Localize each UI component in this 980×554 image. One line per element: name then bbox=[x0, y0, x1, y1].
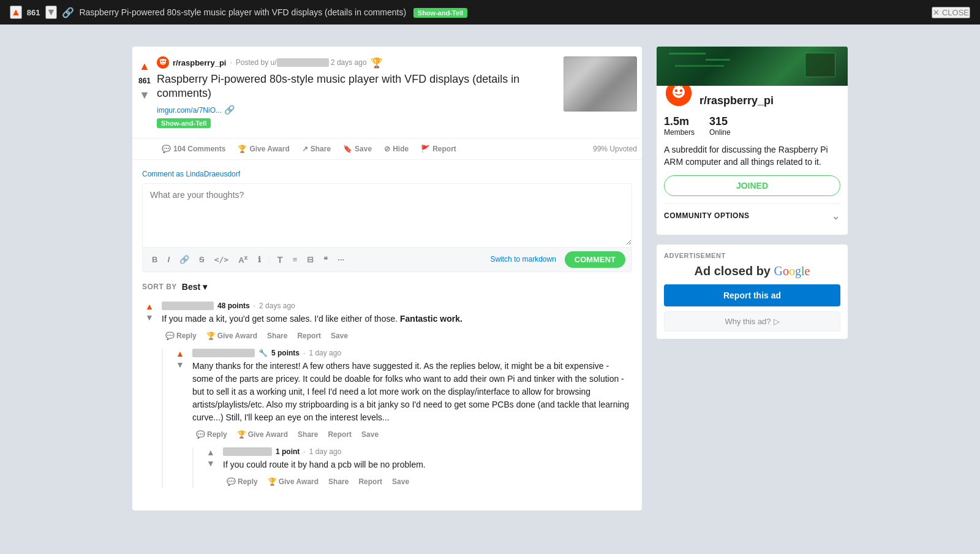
comments-btn[interactable]: 💬 104 Comments bbox=[157, 141, 230, 157]
sort-dropdown[interactable]: Best ▾ bbox=[182, 282, 207, 292]
sidebar-content: r/raspberry_pi 1.5m Members 315 Online A… bbox=[657, 86, 848, 235]
comment-body: ████████ 1 point · 1 day ago If you coul… bbox=[223, 447, 632, 488]
svg-point-2 bbox=[161, 61, 162, 62]
report-btn[interactable]: 🚩 Report bbox=[416, 141, 461, 157]
comment-timestamp: 2 days ago bbox=[259, 302, 295, 310]
online-label: Online bbox=[709, 128, 731, 137]
topbar-upvote-btn[interactable]: ▲ bbox=[10, 6, 22, 19]
svg-point-4 bbox=[160, 59, 162, 61]
comment-meta: ████████ 1 point · 1 day ago bbox=[223, 447, 632, 456]
comment-input-box: B I 🔗 S </> Ax ℹ T ≡ ⊟ ❝ ··· Switch to m… bbox=[142, 183, 632, 272]
toolbar-code-btn[interactable]: </> bbox=[211, 253, 232, 266]
toolbar-strikethrough-btn[interactable]: S bbox=[196, 253, 208, 266]
toolbar-numbered-btn[interactable]: ⊟ bbox=[304, 253, 317, 266]
comment-text: If you made a kit, you'd get some sales.… bbox=[162, 313, 632, 325]
vote-column: ▲ 861 ▼ bbox=[132, 56, 157, 128]
toolbar-link-btn[interactable]: 🔗 bbox=[176, 253, 192, 266]
comment-timestamp: 1 day ago bbox=[309, 349, 341, 357]
reply-icon: 💬 bbox=[227, 477, 236, 486]
toolbar-more-btn[interactable]: ··· bbox=[334, 253, 347, 266]
topbar-close-btn[interactable]: ✕ CLOSE bbox=[932, 7, 970, 18]
topbar-score: 861 bbox=[27, 8, 40, 17]
comment-award-btn[interactable]: 🏆 Give Award bbox=[264, 475, 322, 488]
comment-meta: ██████████ 48 points · 2 days ago bbox=[162, 302, 632, 310]
toolbar-italic-btn[interactable]: I bbox=[164, 253, 173, 266]
comment-reply-btn[interactable]: 💬 Reply bbox=[223, 475, 262, 488]
comment-save-btn[interactable]: Save bbox=[327, 329, 352, 343]
report-ad-btn[interactable]: Report this ad bbox=[664, 284, 840, 306]
save-btn[interactable]: 🔖 Save bbox=[338, 141, 377, 157]
post-upvote-btn[interactable]: ▲ bbox=[138, 59, 151, 74]
comment-upvote-btn[interactable]: ▲ bbox=[145, 302, 154, 311]
switch-markdown-btn[interactable]: Switch to markdown bbox=[490, 255, 556, 264]
share-icon: ↗ bbox=[302, 145, 308, 153]
comment-thread: ▲ ▼ ██████████ 48 points · 2 days ago If… bbox=[142, 302, 632, 488]
comment-actions: 💬 Reply 🏆 Give Award Share Report Save bbox=[162, 329, 632, 343]
comment-text: Many thanks for the interest! A few othe… bbox=[192, 360, 632, 424]
comment-upvote-btn[interactable]: ▲ bbox=[176, 349, 184, 359]
comment-save-btn[interactable]: Save bbox=[388, 475, 413, 488]
comment-reply-btn[interactable]: 💬 Reply bbox=[192, 428, 231, 441]
toolbar-bullet-btn[interactable]: ≡ bbox=[290, 253, 301, 266]
topbar-downvote-btn[interactable]: ▼ bbox=[45, 6, 58, 19]
nested-comment: ▲ ▼ ████████████ 🔧 5 points · bbox=[162, 349, 632, 488]
comment-icon: 💬 bbox=[162, 145, 171, 153]
joined-btn[interactable]: JOINED bbox=[664, 175, 840, 196]
svg-point-5 bbox=[165, 59, 167, 61]
sidebar-subreddit-card: r/raspberry_pi 1.5m Members 315 Online A… bbox=[657, 47, 848, 235]
sort-label: SORT BY bbox=[142, 283, 177, 291]
comment-as-username[interactable]: LindaDraeusdorf bbox=[186, 170, 240, 178]
why-ad-btn[interactable]: Why this ad? ▷ bbox=[664, 311, 840, 332]
post-text-area: r/raspberry_pi · Posted by u/██████████ … bbox=[157, 56, 556, 128]
comment-timestamp: 1 day ago bbox=[309, 447, 342, 456]
comment-actions: 💬 Reply 🏆 Give Award Share Report bbox=[223, 475, 632, 488]
post-score: 861 bbox=[138, 77, 151, 85]
toolbar-quote-btn[interactable]: ❝ bbox=[320, 253, 331, 266]
comment-save-btn[interactable]: Save bbox=[358, 428, 382, 441]
subreddit-name[interactable]: r/raspberry_pi bbox=[173, 58, 226, 67]
comment-report-btn[interactable]: Report bbox=[324, 428, 355, 441]
comment-reply-btn[interactable]: 💬 Reply bbox=[162, 329, 200, 343]
comment-award-btn[interactable]: 🏆 Give Award bbox=[203, 329, 261, 343]
comment-submit-btn[interactable]: COMMENT bbox=[565, 251, 625, 268]
toolbar-heading-btn[interactable]: T bbox=[274, 252, 286, 267]
post-thumbnail[interactable] bbox=[564, 56, 637, 112]
comment-textarea[interactable] bbox=[143, 184, 631, 245]
members-label: Members bbox=[664, 128, 695, 137]
comment-downvote-btn[interactable]: ▼ bbox=[145, 313, 154, 322]
post-downvote-btn[interactable]: ▼ bbox=[138, 88, 151, 103]
ad-content: Ad closed by Google Report this ad Why t… bbox=[664, 264, 840, 332]
comment-report-btn[interactable]: Report bbox=[355, 475, 386, 488]
comment-share-btn[interactable]: Share bbox=[263, 329, 291, 343]
post-badge: Show-and-Tell bbox=[157, 118, 211, 128]
award-small-icon: 🏆 bbox=[206, 332, 216, 340]
comment-author-blur: ██████████ bbox=[162, 302, 214, 310]
save-icon: 🔖 bbox=[343, 145, 352, 153]
toolbar-bold-btn[interactable]: B bbox=[149, 253, 160, 266]
comment-points: 1 point bbox=[276, 447, 300, 456]
award-small-icon: 🏆 bbox=[237, 430, 246, 439]
post-link[interactable]: imgur.com/a/7NiO... bbox=[157, 106, 222, 115]
hide-btn[interactable]: ⊘ Hide bbox=[379, 141, 413, 157]
comment-upvote-btn[interactable]: ▲ bbox=[206, 447, 215, 457]
comment-author-blur: ████████ bbox=[223, 447, 272, 456]
report-icon: 🚩 bbox=[421, 145, 430, 153]
toolbar-info-btn[interactable]: ℹ bbox=[255, 253, 264, 266]
share-btn[interactable]: ↗ Share bbox=[297, 141, 336, 157]
ad-label: ADVERTISEMENT bbox=[664, 252, 840, 259]
comment-downvote-btn[interactable]: ▼ bbox=[176, 360, 184, 370]
comment-share-btn[interactable]: Share bbox=[325, 475, 352, 488]
comment-report-btn[interactable]: Report bbox=[293, 329, 325, 343]
comment-award-btn[interactable]: 🏆 Give Award bbox=[233, 428, 292, 441]
toolbar-separator bbox=[269, 254, 270, 265]
advertisement-card: ADVERTISEMENT Ad closed by Google Report… bbox=[657, 245, 848, 339]
comment-points: 48 points bbox=[217, 302, 250, 310]
comment-downvote-btn[interactable]: ▼ bbox=[206, 458, 215, 468]
give-award-btn[interactable]: 🏆 Give Award bbox=[233, 141, 294, 157]
sidebar-description: A subreddit for discussing the Raspberry… bbox=[664, 144, 840, 168]
ad-closed-text: Ad closed by Google bbox=[664, 264, 840, 278]
hide-icon: ⊘ bbox=[384, 145, 390, 153]
community-options-row[interactable]: COMMUNITY OPTIONS ⌄ bbox=[664, 203, 840, 227]
toolbar-superscript-btn[interactable]: Ax bbox=[235, 252, 251, 267]
comment-share-btn[interactable]: Share bbox=[294, 428, 322, 441]
